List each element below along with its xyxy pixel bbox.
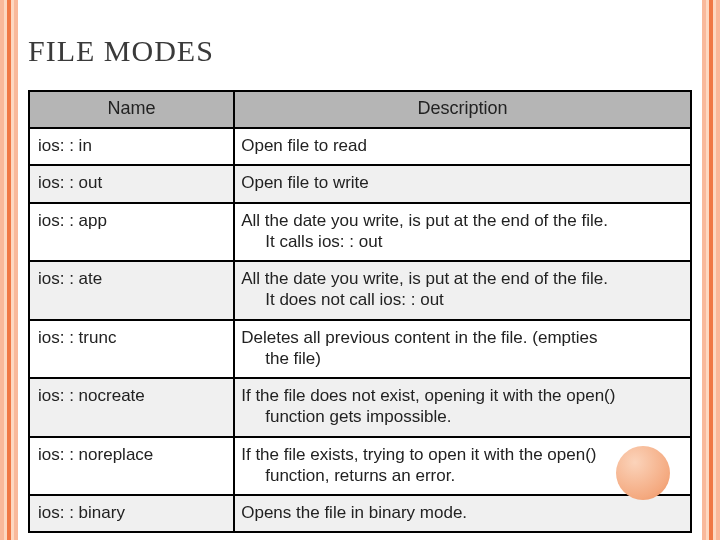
table-row: ios: : in Open file to read xyxy=(29,128,691,165)
cell-name: ios: : out xyxy=(29,165,234,202)
table-row: ios: : out Open file to write xyxy=(29,165,691,202)
cell-name: ios: : binary xyxy=(29,495,234,532)
cell-name: ios: : in xyxy=(29,128,234,165)
table-row: ios: : ate All the date you write, is pu… xyxy=(29,261,691,320)
file-modes-table: Name Description ios: : in Open file to … xyxy=(28,90,692,533)
page-title: FILE MODES xyxy=(28,34,692,68)
table-row: ios: : noreplace If the file exists, try… xyxy=(29,437,691,496)
col-header-desc: Description xyxy=(234,91,691,128)
cell-name: ios: : ate xyxy=(29,261,234,320)
cell-desc: All the date you write, is put at the en… xyxy=(234,261,691,320)
col-header-name: Name xyxy=(29,91,234,128)
table-row: ios: : app All the date you write, is pu… xyxy=(29,203,691,262)
cell-desc: If the file does not exist, opening it w… xyxy=(234,378,691,437)
cell-desc: All the date you write, is put at the en… xyxy=(234,203,691,262)
cell-name: ios: : noreplace xyxy=(29,437,234,496)
cell-name: ios: : trunc xyxy=(29,320,234,379)
table-row: ios: : binary Opens the file in binary m… xyxy=(29,495,691,532)
decor-stripe-left xyxy=(0,0,18,540)
cell-desc: Open file to read xyxy=(234,128,691,165)
decor-circle-icon xyxy=(616,446,670,500)
cell-desc: Opens the file in binary mode. xyxy=(234,495,691,532)
cell-name: ios: : nocreate xyxy=(29,378,234,437)
decor-stripe-right xyxy=(702,0,720,540)
table-row: ios: : nocreate If the file does not exi… xyxy=(29,378,691,437)
cell-desc: Open file to write xyxy=(234,165,691,202)
cell-desc: Deletes all previous content in the file… xyxy=(234,320,691,379)
cell-name: ios: : app xyxy=(29,203,234,262)
table-row: ios: : trunc Deletes all previous conten… xyxy=(29,320,691,379)
